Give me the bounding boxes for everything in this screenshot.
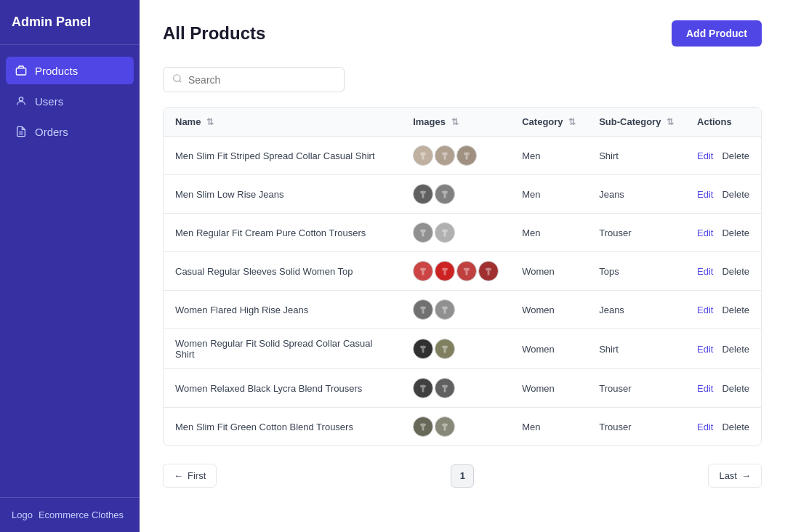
table-row: Men Slim Fit Green Cotton Blend Trousers… — [164, 408, 761, 446]
col-header-category[interactable]: Category ⇅ — [510, 108, 587, 137]
product-image-thumb — [413, 145, 433, 166]
main-content: All Products Add Product Name ⇅ Images ⇅ — [140, 0, 785, 532]
edit-button[interactable]: Edit — [697, 344, 713, 355]
subcategory-badge: Jeans — [599, 189, 624, 200]
category-badge: Men — [522, 227, 540, 238]
product-subcategory-cell: Shirt — [587, 137, 685, 175]
product-image-thumb — [478, 261, 499, 281]
product-name: Women Regular Fit Solid Spread Collar Ca… — [175, 338, 372, 360]
product-name-cell: Men Slim Fit Green Cotton Blend Trousers — [164, 408, 401, 446]
sort-icon-name: ⇅ — [206, 117, 214, 127]
product-images-cell — [401, 329, 510, 369]
delete-button[interactable]: Delete — [722, 266, 749, 277]
delete-button[interactable]: Delete — [722, 305, 749, 315]
table-row: Women Regular Fit Solid Spread Collar Ca… — [164, 329, 761, 369]
product-name-cell: Men Slim Low Rise Jeans — [164, 175, 401, 214]
category-badge: Women — [522, 344, 555, 355]
product-image-thumb — [456, 261, 477, 281]
search-box — [163, 67, 345, 92]
product-actions-cell: EditDelete — [685, 214, 761, 252]
edit-button[interactable]: Edit — [697, 383, 713, 394]
product-name: Men Slim Fit Green Cotton Blend Trousers — [175, 422, 353, 432]
product-image-thumb — [435, 299, 455, 320]
svg-point-4 — [174, 75, 180, 81]
edit-button[interactable]: Edit — [697, 266, 713, 277]
product-image-thumb — [435, 145, 455, 166]
product-category-cell: Women — [510, 291, 587, 329]
delete-button[interactable]: Delete — [722, 383, 749, 394]
edit-button[interactable]: Edit — [697, 227, 713, 238]
product-name: Men Slim Low Rise Jeans — [175, 189, 284, 200]
sort-icon-subcategory: ⇅ — [667, 117, 674, 127]
category-badge: Men — [522, 422, 540, 432]
product-images-cell — [401, 214, 510, 252]
product-actions-cell: EditDelete — [685, 252, 761, 291]
product-subcategory-cell: Shirt — [587, 329, 685, 369]
col-header-subcategory[interactable]: Sub-Category ⇅ — [587, 108, 685, 137]
delete-button[interactable]: Delete — [722, 422, 749, 432]
product-image-thumb — [413, 299, 433, 320]
product-category-cell: Women — [510, 252, 587, 291]
search-input[interactable] — [188, 74, 335, 86]
sidebar-products-label: Products — [35, 65, 78, 77]
page-number-1[interactable]: 1 — [451, 464, 474, 488]
product-name-cell: Men Regular Fit Cream Pure Cotton Trouse… — [164, 214, 401, 252]
add-product-button[interactable]: Add Product — [672, 20, 762, 47]
product-name-cell: Women Flared High Rise Jeans — [164, 291, 401, 329]
product-image-thumb — [413, 261, 433, 281]
product-subcategory-cell: Trouser — [587, 369, 685, 408]
product-name: Women Relaxed Black Lycra Blend Trousers — [175, 383, 362, 394]
product-name: Casual Regular Sleeves Solid Women Top — [175, 266, 353, 277]
package-icon — [15, 64, 28, 77]
category-badge: Women — [522, 383, 555, 394]
col-header-images[interactable]: Images ⇅ — [401, 108, 510, 137]
edit-button[interactable]: Edit — [697, 422, 713, 432]
product-actions-cell: EditDelete — [685, 369, 761, 408]
edit-button[interactable]: Edit — [697, 189, 713, 200]
product-name-cell: Men Slim Fit Striped Spread Collar Casua… — [164, 137, 401, 175]
last-page-button[interactable]: Last → — [708, 464, 762, 488]
subcategory-badge: Trouser — [599, 227, 631, 238]
user-icon — [15, 94, 28, 108]
sidebar-item-products[interactable]: Products — [6, 57, 134, 84]
product-images-cell — [401, 408, 510, 446]
page-title: All Products — [163, 23, 265, 44]
delete-button[interactable]: Delete — [722, 227, 749, 238]
sidebar-footer: Logo Ecommerce Clothes — [0, 497, 140, 532]
product-actions-cell: EditDelete — [685, 175, 761, 214]
subcategory-badge: Shirt — [599, 150, 619, 161]
table-row: Men Slim Fit Striped Spread Collar Casua… — [164, 137, 761, 175]
delete-button[interactable]: Delete — [722, 150, 749, 161]
delete-button[interactable]: Delete — [722, 344, 749, 355]
edit-button[interactable]: Edit — [697, 305, 713, 315]
sidebar-item-orders[interactable]: Orders — [6, 118, 134, 145]
file-icon — [15, 125, 28, 138]
edit-button[interactable]: Edit — [697, 150, 713, 161]
product-category-cell: Men — [510, 408, 587, 446]
category-badge: Women — [522, 305, 555, 315]
product-images-cell — [401, 137, 510, 175]
product-name-cell: Women Relaxed Black Lycra Blend Trousers — [164, 369, 401, 408]
table-row: Casual Regular Sleeves Solid Women TopWo… — [164, 252, 761, 291]
delete-button[interactable]: Delete — [722, 189, 749, 200]
last-label: Last — [719, 470, 737, 481]
table-row: Women Relaxed Black Lycra Blend Trousers… — [164, 369, 761, 408]
product-category-cell: Men — [510, 137, 587, 175]
product-category-cell: Women — [510, 329, 587, 369]
product-image-thumb — [413, 378, 433, 398]
sidebar-users-label: Users — [35, 95, 63, 108]
product-name-cell: Casual Regular Sleeves Solid Women Top — [164, 252, 401, 291]
subcategory-badge: Shirt — [599, 344, 619, 355]
product-subcategory-cell: Jeans — [587, 175, 685, 214]
product-image-thumb — [435, 222, 455, 243]
first-page-button[interactable]: ← First — [163, 464, 217, 488]
category-badge: Men — [522, 189, 540, 200]
col-header-name[interactable]: Name ⇅ — [164, 108, 401, 137]
product-image-thumb — [435, 339, 455, 359]
arrow-right-icon: → — [741, 470, 751, 481]
product-name: Men Slim Fit Striped Spread Collar Casua… — [175, 150, 375, 161]
product-category-cell: Men — [510, 175, 587, 214]
product-image-thumb — [435, 261, 455, 281]
sidebar-item-users[interactable]: Users — [6, 87, 134, 115]
svg-rect-0 — [16, 68, 25, 75]
